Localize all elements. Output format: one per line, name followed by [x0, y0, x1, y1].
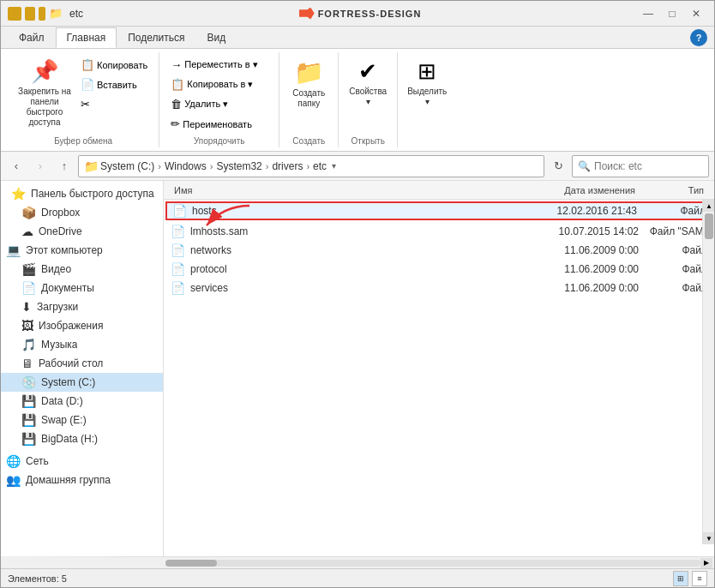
sidebar-item-music[interactable]: 🎵 Музыка	[1, 335, 163, 354]
addr-sep-1: ›	[156, 161, 163, 171]
address-bar[interactable]: 📁 System (C:) › Windows › System32 › dri…	[78, 155, 544, 177]
tab-view[interactable]: Вид	[195, 27, 237, 47]
sidebar-item-video[interactable]: 🎬 Видео	[1, 260, 163, 279]
bigdata-h-icon: 💾	[21, 432, 36, 446]
network-icon: 🌐	[6, 454, 21, 468]
select-button[interactable]: ⊞ Выделить ▾	[405, 54, 449, 111]
scroll-down-arrow[interactable]: ▼	[703, 532, 714, 544]
sidebar-item-bigdata-h[interactable]: 💾 BigData (H:)	[1, 429, 163, 448]
addr-part-c[interactable]: System (C:)	[100, 160, 154, 172]
scroll-up-arrow[interactable]: ▲	[703, 200, 714, 212]
ribbon: 📌 Закрепить на панелибыстрого доступа 📋 …	[1, 49, 714, 152]
items-count: Элементов: 5	[8, 573, 67, 584]
horizontal-scrollbar[interactable]: ▶	[1, 556, 714, 568]
col-header-type[interactable]: Тип	[639, 185, 707, 195]
dropbox-icon: 📦	[21, 206, 36, 219]
file-row-lmhosts[interactable]: 📄 lmhosts.sam 10.07.2015 14:02 Файл "SAM…	[164, 222, 714, 241]
vertical-scrollbar[interactable]: ▲ ▼	[702, 200, 714, 544]
addr-folder-icon: 📁	[84, 159, 99, 173]
sidebar-item-images[interactable]: 🖼 Изображения	[1, 316, 163, 335]
main-area: ⭐ Панель быстрого доступа 📦 Dropbox ☁ On…	[1, 181, 714, 568]
nav-back-button[interactable]: ‹	[6, 156, 27, 177]
search-icon: 🔍	[578, 160, 591, 172]
lmhosts-file-name: lmhosts.sam	[190, 225, 447, 237]
rename-icon: ✏	[171, 117, 180, 130]
lmhosts-file-type: Файл "SAM"	[639, 225, 707, 237]
ribbon-tabs: Файл Главная Поделиться Вид ?	[1, 27, 714, 49]
new-folder-button[interactable]: 📁 Создатьпапку	[286, 54, 331, 113]
properties-button[interactable]: ✔ Свойства ▾	[345, 54, 390, 111]
copy-button[interactable]: 📋 Копировать	[76, 56, 152, 74]
col-header-date[interactable]: Дата изменения	[437, 185, 639, 195]
view-list-button[interactable]: ≡	[692, 571, 707, 586]
scroll-right-arrow[interactable]: ▶	[700, 558, 712, 568]
tab-home[interactable]: Главная	[56, 27, 117, 48]
addr-part-windows[interactable]: Windows	[165, 160, 207, 172]
addr-dropdown-icon[interactable]: ▾	[332, 161, 336, 171]
sidebar-label-homegroup: Домашняя группа	[26, 474, 111, 486]
copy-icon: 📋	[81, 58, 94, 71]
addr-refresh-button[interactable]: ↻	[548, 156, 568, 177]
sidebar-item-desktop[interactable]: 🖥 Рабочий стол	[1, 354, 163, 373]
move-label: Переместить в ▾	[184, 59, 257, 70]
sidebar-item-this-pc[interactable]: 💻 Этот компьютер	[1, 241, 163, 260]
sidebar-item-swap-e[interactable]: 💾 Swap (E:)	[1, 411, 163, 429]
addr-part-etc[interactable]: etc	[313, 160, 327, 172]
sidebar-item-dropbox[interactable]: 📦 Dropbox	[1, 203, 163, 222]
sidebar-item-quick-access[interactable]: ⭐ Панель быстрого доступа	[1, 184, 163, 203]
addr-part-system32[interactable]: System32	[216, 160, 261, 172]
protocol-file-name: protocol	[190, 263, 447, 275]
sidebar-item-documents[interactable]: 📄 Документы	[1, 279, 163, 297]
addr-part-drivers[interactable]: drivers	[272, 160, 303, 172]
title-icon-3	[39, 7, 45, 21]
scroll-thumb[interactable]	[705, 213, 713, 239]
file-list-container: Имя Дата изменения Тип	[164, 181, 714, 556]
sidebar-item-network[interactable]: 🌐 Сеть	[1, 452, 163, 471]
sidebar-item-onedrive[interactable]: ☁ OneDrive	[1, 222, 163, 241]
organize-label: Упорядочить	[194, 133, 245, 146]
search-box[interactable]: 🔍	[572, 155, 709, 177]
sidebar: ⭐ Панель быстрого доступа 📦 Dropbox ☁ On…	[1, 181, 164, 556]
move-to-button[interactable]: → Переместить в ▾	[166, 56, 272, 74]
file-row-protocol[interactable]: 📄 protocol 11.06.2009 0:00 Файл	[164, 260, 714, 279]
tab-file[interactable]: Файл	[8, 27, 56, 47]
sidebar-label-music: Музыка	[41, 339, 77, 351]
copy-to-button[interactable]: 📋 Копировать в ▾	[166, 75, 272, 93]
paste-button[interactable]: 📄 Вставить	[76, 75, 152, 93]
onedrive-icon: ☁	[21, 225, 33, 238]
sidebar-item-system-c[interactable]: 💿 System (C:)	[1, 373, 163, 392]
homegroup-icon: 👥	[6, 473, 21, 487]
minimize-button[interactable]: —	[637, 5, 659, 22]
sidebar-item-data-d[interactable]: 💾 Data (D:)	[1, 392, 163, 411]
close-button[interactable]: ✕	[685, 5, 707, 22]
sidebar-label-downloads: Загрузки	[37, 301, 78, 313]
file-row-hosts[interactable]: 📄 hosts 12.02.2016 21:43 Файл	[165, 201, 712, 220]
search-input[interactable]	[594, 160, 688, 172]
sidebar-item-homegroup[interactable]: 👥 Домашняя группа	[1, 471, 163, 489]
file-row-networks[interactable]: 📄 networks 11.06.2009 0:00 Файл	[164, 241, 714, 260]
titlebar-brand: FORTRESS-DESIGN	[299, 8, 422, 20]
select-label: Выделить ▾	[407, 87, 447, 107]
view-details-button[interactable]: ⊞	[673, 571, 688, 586]
scissors-icon: ✂	[81, 98, 90, 111]
pin-button[interactable]: 📌 Закрепить на панелибыстрого доступа	[15, 54, 75, 132]
copy-to-label: Копировать в ▾	[187, 79, 253, 90]
nav-forward-button[interactable]: ›	[30, 156, 51, 177]
tab-share[interactable]: Поделиться	[117, 27, 195, 47]
hosts-file-name: hosts	[192, 205, 447, 217]
rename-button[interactable]: ✏ Переименовать	[166, 115, 272, 133]
sidebar-item-downloads[interactable]: ⬇ Загрузки	[1, 297, 163, 316]
file-row-services[interactable]: 📄 services 11.06.2009 0:00 Файл	[164, 279, 714, 297]
ribbon-help[interactable]: ?	[690, 29, 707, 46]
nav-up-button[interactable]: ↑	[54, 156, 75, 177]
cut-button[interactable]: ✂	[76, 95, 152, 113]
maximize-button[interactable]: □	[661, 5, 683, 22]
pin-icon: 📌	[31, 58, 58, 85]
desktop-icon: 🖥	[21, 357, 33, 370]
statusbar: Элементов: 5 ⊞ ≡	[1, 568, 714, 587]
downloads-icon: ⬇	[21, 300, 32, 314]
sidebar-label-documents: Документы	[41, 282, 94, 294]
rename-label: Переименовать	[183, 119, 252, 129]
col-header-name[interactable]: Имя	[171, 185, 437, 195]
delete-button[interactable]: 🗑 Удалить ▾	[166, 95, 272, 113]
